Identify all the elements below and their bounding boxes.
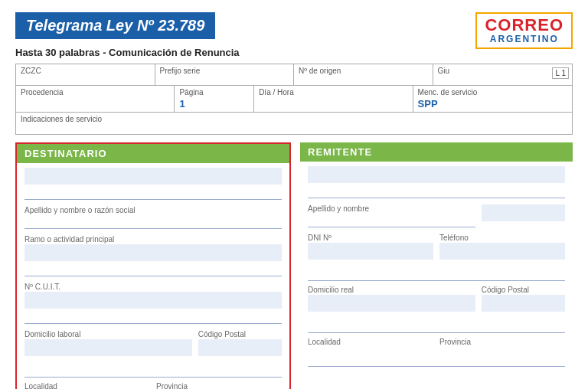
header-row: Telegrama Ley Nº 23.789 Hasta 30 palabra… xyxy=(15,12,573,59)
rem-domicilio-field: Domicilio real xyxy=(308,286,475,313)
nro-origen-label: Nº de origen xyxy=(299,67,428,75)
destinatario-header: DESTINATARIO xyxy=(17,144,289,163)
dest-domicilio-field: Domicilio laboral xyxy=(24,330,192,358)
dest-domicilio-input[interactable] xyxy=(24,339,192,356)
rem-domicilio-line xyxy=(308,319,565,333)
rem-apellido-field: Apellido y nombre xyxy=(308,204,475,227)
rem-localidad-row: Localidad Provincia xyxy=(308,338,565,353)
dest-ramo-input[interactable] xyxy=(24,244,282,261)
giu-label: Giu xyxy=(438,67,568,75)
dia-hora-cell: Día / Hora xyxy=(254,86,413,113)
dest-apellido-label: Apellido y nombre o razón social xyxy=(24,206,282,214)
rem-cp-input[interactable] xyxy=(482,295,565,312)
dest-provincia-label: Provincia xyxy=(156,382,282,389)
rem-tel-label: Teléfono xyxy=(439,234,565,242)
rem-dni-line xyxy=(308,267,565,281)
title-box: Telegrama Ley Nº 23.789 xyxy=(15,12,215,39)
rem-domicilio-input[interactable] xyxy=(308,295,475,312)
form-title: Telegrama Ley Nº 23.789 xyxy=(26,17,204,34)
rem-dni-input[interactable] xyxy=(308,243,433,260)
correo-top-text: CORREO xyxy=(485,17,564,34)
remitente-title: REMITENTE xyxy=(308,146,372,158)
indicaciones-cell: Indicaciones de servicio xyxy=(16,113,572,134)
menc-cell: Menc. de servicio SPP xyxy=(413,86,572,113)
destinatario-content: Apellido y nombre o razón social Ramo o … xyxy=(17,163,289,389)
correo-logo: CORREO ARGENTINO xyxy=(475,12,573,49)
rem-localidad-line xyxy=(308,353,565,367)
dest-provincia-field: Provincia xyxy=(156,382,282,389)
dest-blank-input[interactable] xyxy=(24,168,282,185)
rem-provincia-field: Provincia xyxy=(439,338,565,347)
dest-localidad-row: Localidad Provincia xyxy=(24,382,282,389)
pagina-label: Página xyxy=(179,88,249,96)
rem-tel-field: Teléfono xyxy=(439,234,565,261)
dest-localidad-field: Localidad xyxy=(24,382,150,389)
zczc-cell: ZCZC xyxy=(16,64,155,86)
rem-dni-label: DNI Nº xyxy=(308,234,433,242)
rem-apellido-row: Apellido y nombre xyxy=(308,204,565,234)
rem-domicilio-label: Domicilio real xyxy=(308,286,475,294)
pagina-cell: Página 1 xyxy=(175,86,254,113)
prefijo-label: Prefijo serie xyxy=(160,67,289,75)
procedencia-cell: Procedencia xyxy=(16,86,175,113)
rem-apellido-label: Apellido y nombre xyxy=(308,204,475,213)
form-top-row2: Procedencia Página 1 Día / Hora Menc. de… xyxy=(15,86,573,113)
dest-cp-label: Código Postal xyxy=(198,330,282,338)
remitente-header: REMITENTE xyxy=(300,142,573,162)
form-subtitle: Hasta 30 palabras - Comunicación de Renu… xyxy=(15,47,240,58)
dest-domicilio-label: Domicilio laboral xyxy=(24,330,192,338)
rem-cp-field: Código Postal xyxy=(482,286,565,313)
menc-value: SPP xyxy=(418,98,567,110)
remitente-content: Apellido y nombre DNI Nº Teléfono xyxy=(300,162,573,389)
dest-blank-row xyxy=(24,168,282,200)
nro-origen-cell: Nº de origen xyxy=(294,64,433,86)
l1-badge: L 1 xyxy=(552,67,569,79)
rem-apellido-line xyxy=(308,214,475,227)
rem-blank-row xyxy=(308,166,565,198)
rem-provincia-label: Provincia xyxy=(439,338,565,346)
dest-domicilio-row: Domicilio laboral Código Postal xyxy=(24,330,282,364)
pagina-value: 1 xyxy=(179,98,249,110)
rem-localidad-field: Localidad xyxy=(308,338,433,347)
dest-apellido-row: Apellido y nombre o razón social xyxy=(24,206,282,229)
main-section: DESTINATARIO Apellido y nombre o razón s… xyxy=(15,142,573,389)
rem-extra-space xyxy=(308,371,565,387)
menc-label: Menc. de servicio xyxy=(418,88,567,96)
dest-cuit-input[interactable] xyxy=(24,292,282,309)
dest-cp-input[interactable] xyxy=(198,339,282,356)
rem-dni-field: DNI Nº xyxy=(308,234,433,261)
remitente-section: REMITENTE Apellido y nombre xyxy=(300,142,573,389)
rem-localidad-label: Localidad xyxy=(308,338,433,346)
dest-cuit-line xyxy=(24,310,282,324)
prefijo-cell: Prefijo serie xyxy=(155,64,295,86)
rem-dni-row: DNI Nº Teléfono xyxy=(308,234,565,267)
dest-blank-line xyxy=(24,186,282,200)
dest-localidad-label: Localidad xyxy=(24,382,150,389)
dest-cp-field: Código Postal xyxy=(198,330,282,358)
rem-domicilio-row: Domicilio real Código Postal xyxy=(308,286,565,319)
destinatario-title: DESTINATARIO xyxy=(24,148,107,159)
dest-cuit-row: Nº C.U.I.T. xyxy=(24,283,282,324)
indicaciones-row: Indicaciones de servicio xyxy=(15,113,573,135)
dest-cuit-label: Nº C.U.I.T. xyxy=(24,283,282,291)
page: Telegrama Ley Nº 23.789 Hasta 30 palabra… xyxy=(0,0,588,389)
procedencia-label: Procedencia xyxy=(21,88,169,96)
dest-ramo-line xyxy=(24,263,282,276)
rem-tel-input[interactable] xyxy=(439,243,565,260)
destinatario-section: DESTINATARIO Apellido y nombre o razón s… xyxy=(15,142,291,389)
rem-blank-line xyxy=(308,185,565,198)
rem-apellido-input[interactable] xyxy=(482,204,565,221)
indicaciones-label: Indicaciones de servicio xyxy=(21,115,567,123)
rem-apellido-extra xyxy=(482,204,565,227)
dia-hora-label: Día / Hora xyxy=(259,88,407,96)
dest-ramo-label: Ramo o actividad principal xyxy=(24,235,282,244)
giu-cell: Giu L 1 xyxy=(433,64,573,86)
correo-bottom-text: ARGENTINO xyxy=(490,34,559,44)
rem-cp-label: Código Postal xyxy=(482,286,565,294)
dest-domicilio-line xyxy=(24,364,282,378)
form-top-row1: ZCZC Prefijo serie Nº de origen Giu L 1 xyxy=(15,64,573,86)
dest-apellido-line xyxy=(24,215,282,229)
rem-blank-input[interactable] xyxy=(308,166,565,183)
dest-ramo-row: Ramo o actividad principal xyxy=(24,235,282,276)
zczc-label: ZCZC xyxy=(21,67,150,75)
